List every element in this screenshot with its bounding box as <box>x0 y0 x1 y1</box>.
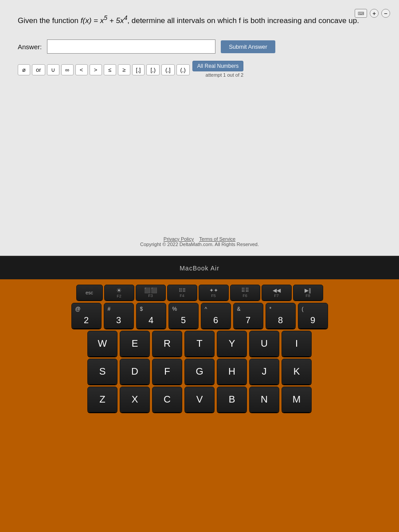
key-9-main: 9 <box>310 315 315 325</box>
key-2-top: @ <box>75 306 81 312</box>
key-z[interactable]: Z <box>87 387 117 412</box>
key-j[interactable]: J <box>249 359 279 384</box>
bezel: MacBook Air <box>0 257 399 279</box>
key-4-main: 4 <box>149 315 153 325</box>
question-prefix: Given the function <box>18 16 81 25</box>
key-f[interactable]: F <box>152 359 182 384</box>
qwerty-row: W E R T Y U I <box>4 331 395 356</box>
key-f3[interactable]: ⬛⬛ F3 <box>136 285 166 301</box>
sym-geq[interactable]: ≥ <box>118 64 130 75</box>
zxcv-row: Z X C V B N M <box>4 387 395 412</box>
answer-input[interactable] <box>47 39 215 54</box>
key-8[interactable]: * 8 <box>266 303 296 329</box>
attempt-text: attempt 1 out of 2 <box>206 72 244 78</box>
sym-bracket-oc[interactable]: [,] <box>132 64 145 75</box>
sym-paren-op[interactable]: (,) <box>176 64 190 75</box>
all-real-numbers-button[interactable]: All Real Numbers <box>192 61 243 71</box>
key-f8[interactable]: ▶‖ F8 <box>293 285 323 301</box>
keyboard-area: esc ☀ F2 ⬛⬛ F3 ⠿⠿ F4 ✦✦ F5 <box>0 279 399 532</box>
key-7-top: & <box>237 306 241 312</box>
key-y[interactable]: Y <box>217 331 247 356</box>
question-text: Given the function f(x) = x5 + 5x4, dete… <box>18 13 381 26</box>
key-3-main: 3 <box>116 315 121 325</box>
key-2-main: 2 <box>84 315 89 325</box>
keyboard-icon[interactable]: ⌨ <box>355 9 367 18</box>
key-4-top: $ <box>140 306 143 312</box>
key-c[interactable]: C <box>152 387 182 412</box>
footer-terms[interactable]: Terms of Service <box>199 236 235 242</box>
answer-row: Answer: Submit Answer <box>18 39 381 54</box>
key-2[interactable]: @ 2 <box>71 303 102 329</box>
content-area: ⌨ + − Given the function f(x) = x5 + 5x4… <box>0 0 399 257</box>
toolbar-right: All Real Numbers attempt 1 out of 2 <box>192 61 243 78</box>
key-6[interactable]: ^ 6 <box>201 303 231 329</box>
key-s[interactable]: S <box>87 359 117 384</box>
key-f7[interactable]: ◀◀ F7 <box>262 285 292 301</box>
key-8-main: 8 <box>278 315 283 325</box>
key-w[interactable]: W <box>87 331 117 356</box>
key-6-main: 6 <box>213 315 218 325</box>
sym-or[interactable]: or <box>32 64 45 75</box>
key-d[interactable]: D <box>120 359 150 384</box>
key-3-top: # <box>108 306 111 312</box>
answer-label: Answer: <box>18 43 42 51</box>
fn-key-row: esc ☀ F2 ⬛⬛ F3 ⠿⠿ F4 ✦✦ F5 <box>4 285 395 301</box>
sym-leq[interactable]: ≤ <box>104 64 116 75</box>
key-f2[interactable]: ☀ F2 <box>104 285 134 301</box>
sym-union[interactable]: ∪ <box>47 64 59 75</box>
key-6-top: ^ <box>205 306 207 312</box>
key-9[interactable]: ( 9 <box>298 303 328 329</box>
key-3[interactable]: # 3 <box>104 303 134 329</box>
top-right-icons: ⌨ + − <box>355 9 390 18</box>
key-x[interactable]: X <box>120 387 150 412</box>
key-b[interactable]: B <box>217 387 247 412</box>
plus-button[interactable]: + <box>370 9 379 18</box>
sym-paren-oc[interactable]: (,] <box>161 64 175 75</box>
question-function: f(x) = x5 + 5x4 <box>81 16 128 25</box>
key-u[interactable]: U <box>249 331 279 356</box>
question-suffix: , determine all intervals on which f is … <box>127 16 359 25</box>
key-e[interactable]: E <box>120 331 150 356</box>
key-5-top: % <box>172 306 177 312</box>
key-f6[interactable]: ⠿⠿ F6 <box>230 285 260 301</box>
key-escape[interactable]: esc <box>76 285 103 301</box>
key-m[interactable]: M <box>282 387 312 412</box>
num-key-row: @ 2 # 3 $ 4 % 5 ^ 6 & 7 * 8 ( 9 <box>4 303 395 329</box>
key-9-top: ( <box>302 306 304 312</box>
key-7[interactable]: & 7 <box>233 303 263 329</box>
key-4[interactable]: $ 4 <box>136 303 166 329</box>
asdf-row: S D F G H J K <box>4 359 395 384</box>
sym-greater[interactable]: > <box>90 64 102 75</box>
key-5-main: 5 <box>181 315 186 325</box>
sym-infinity[interactable]: ∞ <box>61 64 74 75</box>
key-t[interactable]: T <box>184 331 215 356</box>
sym-less[interactable]: < <box>75 64 88 75</box>
macbook-label: MacBook Air <box>180 265 219 272</box>
key-n[interactable]: N <box>249 387 279 412</box>
minus-button[interactable]: − <box>381 9 390 18</box>
footer-privacy[interactable]: Privacy Policy <box>164 236 194 242</box>
key-v[interactable]: V <box>184 387 215 412</box>
submit-button[interactable]: Submit Answer <box>221 40 275 53</box>
footer: Privacy Policy Terms of Service Copyrigh… <box>140 236 259 247</box>
symbol-toolbar: ø or ∪ ∞ < > ≤ ≥ [,] [,) (,] (,) <box>18 64 190 75</box>
key-f4[interactable]: ⠿⠿ F4 <box>167 285 197 301</box>
key-5[interactable]: % 5 <box>168 303 199 329</box>
key-h[interactable]: H <box>217 359 247 384</box>
sym-bracket-op[interactable]: [,) <box>146 64 160 75</box>
key-7-main: 7 <box>246 315 250 325</box>
key-8-top: * <box>270 306 272 312</box>
key-f5[interactable]: ✦✦ F5 <box>199 285 229 301</box>
footer-copyright: Copyright © 2022 DeltaMath.com. All Righ… <box>140 242 259 247</box>
key-i[interactable]: I <box>282 331 312 356</box>
key-k[interactable]: K <box>282 359 312 384</box>
sym-phi[interactable]: ø <box>18 64 30 75</box>
symbol-toolbar-wrapper: ø or ∪ ∞ < > ≤ ≥ [,] [,) (,] (,) All Rea… <box>18 61 381 78</box>
key-g[interactable]: G <box>184 359 215 384</box>
key-r[interactable]: R <box>152 331 182 356</box>
